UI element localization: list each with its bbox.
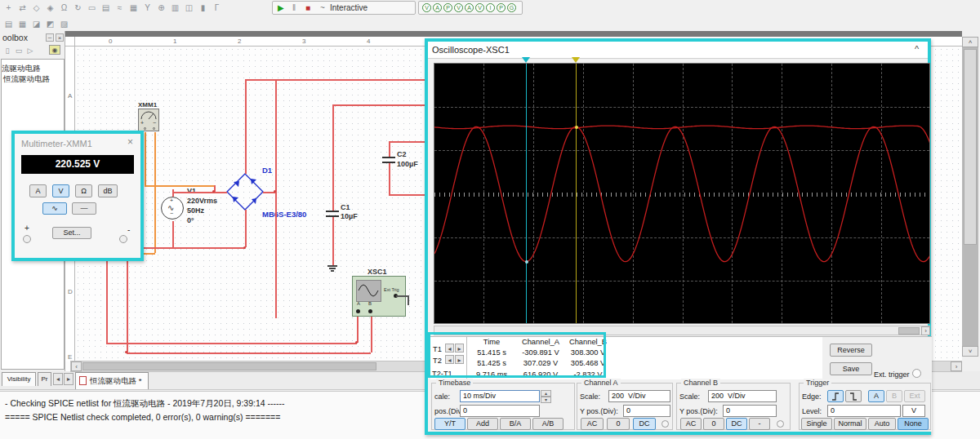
mode-v-button[interactable]: V [52,184,69,197]
toolbar-icon[interactable]: ≈ [114,1,126,13]
toolbar-icon[interactable]: ⊕ [155,1,167,13]
hscroll-right-button[interactable]: › [951,361,962,371]
multimeter-dialog[interactable]: Multimeter-XMM1 × 220.525 V A V Ω dB ∿ —… [11,131,144,261]
toolbar-icon[interactable]: ▥ [169,1,181,13]
toolbox-icon[interactable]: ▭ [14,44,24,56]
falling-edge-button[interactable] [845,390,862,402]
toolbar-icon[interactable]: ◫ [183,1,195,13]
tab-visibility[interactable]: Visibility [2,372,36,386]
run-button[interactable]: ▶ [278,3,284,12]
save-button[interactable]: Save [830,362,872,375]
trigger-none-button[interactable]: None [898,418,929,430]
interactive-dropdown[interactable]: Interactive [330,3,368,12]
mode-a-button[interactable]: A [29,184,47,197]
probe-icon[interactable]: V [454,3,463,12]
toolbar-icon[interactable]: ◪ [30,17,42,29]
tab-scroll-left-button[interactable]: ◂ [53,373,63,385]
ab-button[interactable]: A/B [532,418,564,430]
probe-icon[interactable]: A [465,3,474,12]
t2-cursor-marker[interactable] [572,57,580,63]
toolbar-icon[interactable]: ◩ [44,17,56,29]
yt-button[interactable]: Y/T [434,418,466,430]
oscilloscope-component[interactable]: Ext Trig A B [352,276,406,317]
toolbox-icon[interactable]: ▯ [2,44,12,56]
hscroll-left-button[interactable]: ‹ [71,361,82,371]
hscroll-thumb[interactable] [82,362,376,370]
scope-hscrollbar[interactable]: › [434,326,930,335]
channel-b-dc-button[interactable]: DC [726,418,747,430]
toolbar-icon[interactable]: ▨ [58,17,70,29]
probe-icon[interactable]: A [433,3,442,12]
vscroll-down-button[interactable]: ˅ [962,346,978,357]
channel-a-dc-button[interactable]: DC [633,418,656,430]
d1-bridge-rectifier[interactable] [225,172,265,211]
vscroll-thumb[interactable] [964,49,977,245]
probe-icon[interactable]: P [497,3,506,12]
t1-cursor-marker[interactable] [522,57,530,63]
toolbar-icon[interactable]: ▭ [86,1,98,13]
trigger-source-b-button[interactable]: B [886,390,902,402]
toolbar-icon[interactable]: ▮ [197,1,209,13]
timebase-scale-input[interactable]: 10 ms/Div [460,390,540,402]
snapshot-icon[interactable]: ◉ [49,45,60,55]
ba-button[interactable]: B/A [500,418,531,430]
timebase-spinner-down[interactable]: ▾ [541,397,551,403]
collapse-icon[interactable]: ^ [915,44,919,54]
channel-a-0-button[interactable]: 0 [607,418,630,430]
channel-b-ac-button[interactable]: AC [680,418,702,430]
sheet-tab[interactable]: 恒流驱动电路 * [75,372,149,389]
trigger-source-a-button[interactable]: A [868,390,884,402]
stop-button[interactable]: ■ [305,3,310,12]
ac-mode-button[interactable]: ∿ [42,202,67,215]
channel-a-pos-input[interactable]: 0 [623,405,670,417]
trigger-normal-button[interactable]: Normal [834,418,866,430]
toolbox-close-button[interactable]: × [56,33,64,42]
trigger-auto-button[interactable]: Auto [868,418,896,430]
channel-b-minus-button[interactable]: - [749,418,770,430]
toolbar-icon[interactable]: ▦ [16,17,29,29]
set-button[interactable]: Set... [52,227,91,239]
toolbar-icon[interactable]: ▦ [127,1,140,13]
probe-icon[interactable]: G [507,3,516,12]
rising-edge-button[interactable] [827,390,844,402]
toolbox-icon[interactable]: ▷ [25,44,35,56]
pause-button[interactable]: ‖ [292,3,296,12]
trigger-source-ext-button[interactable]: Ext [904,390,925,402]
tab-project[interactable]: Pr [38,372,51,386]
probe-icon[interactable]: P [443,3,452,12]
toolbar-icon[interactable]: ▤ [2,17,15,29]
c2-capacitor[interactable] [382,157,395,163]
oscilloscope-titlebar[interactable]: Oscilloscope-XSC1 ^ [428,42,928,59]
toolbar-icon[interactable]: + [2,1,15,13]
scope-hscroll-right-button[interactable]: › [921,326,930,335]
probe-icon[interactable]: I [486,3,495,12]
multimeter-component[interactable]: + − [138,109,159,131]
v1-ac-source[interactable]: + ∿ − [161,197,184,220]
toolbar-icon[interactable]: Ω [58,1,70,13]
t2-cursor-line[interactable] [576,64,577,323]
tree-item-circuit-1[interactable]: 流驱动电路 [2,63,64,73]
t2-right-button[interactable]: ▸ [455,355,464,364]
mode-db-button[interactable]: dB [98,184,118,197]
toolbar-icon[interactable]: Γ [211,1,223,13]
dc-mode-button[interactable]: — [72,202,96,215]
probe-icon[interactable]: V [475,3,484,12]
probe-icon[interactable]: V [422,3,431,12]
channel-a-ac-button[interactable]: AC [581,418,604,430]
timebase-pos-input[interactable]: 0 [460,405,540,417]
c1-capacitor[interactable] [326,211,339,217]
close-icon[interactable]: × [127,136,133,148]
toolbox-minimize-button[interactable]: – [46,33,54,42]
vscroll-up-button[interactable]: ˄ [962,37,978,47]
channel-b-0-button[interactable]: 0 [703,418,724,430]
tree-item-circuit-2[interactable]: 恒流驱动电路 [2,73,64,84]
trigger-level-input[interactable]: 0 [827,405,901,417]
channel-b-pos-input[interactable]: 0 [723,405,777,417]
toolbar-icon[interactable]: ◇ [30,1,42,13]
t1-left-button[interactable]: ◂ [445,344,454,353]
toolbar-icon[interactable]: Y [141,1,154,13]
t2-left-button[interactable]: ◂ [445,355,454,364]
scope-hscroll-thumb[interactable] [898,327,920,335]
trigger-single-button[interactable]: Single [801,418,832,430]
add-button[interactable]: Add [467,418,498,430]
